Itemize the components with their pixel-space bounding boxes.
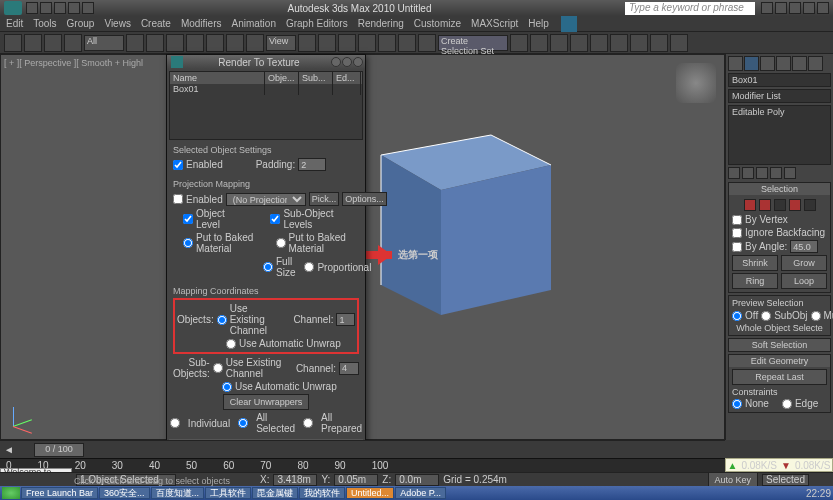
task-item[interactable]: 我的软件: [299, 487, 345, 499]
scale-button[interactable]: [246, 34, 264, 52]
proj-modifier-dropdown[interactable]: (No Projection Modifier): [226, 193, 306, 206]
time-handle[interactable]: 0 / 100: [34, 443, 84, 457]
x-field[interactable]: 3.418m: [273, 474, 317, 486]
angle-snap-button[interactable]: [378, 34, 396, 52]
close-icon[interactable]: [353, 57, 363, 67]
show-end-icon[interactable]: [742, 167, 754, 179]
viewport-label[interactable]: [ + ][ Perspective ][ Smooth + Highl: [4, 58, 143, 68]
col-ed[interactable]: Ed...: [333, 72, 361, 84]
select-name-button[interactable]: [146, 34, 164, 52]
task-item[interactable]: 工具软件: [205, 487, 251, 499]
y-field[interactable]: 0.05m: [334, 474, 378, 486]
table-row[interactable]: Box01: [170, 84, 362, 95]
task-item[interactable]: Adobe P...: [395, 487, 446, 499]
time-slider[interactable]: ◄0 / 100: [0, 440, 725, 458]
task-item-active[interactable]: Untitled...: [346, 487, 394, 499]
repeat-last-button[interactable]: Repeat Last: [732, 369, 827, 385]
pivot-button[interactable]: [298, 34, 316, 52]
element-icon[interactable]: [804, 199, 816, 211]
undo-button[interactable]: [4, 34, 22, 52]
selection-filter-dropdown[interactable]: All: [84, 35, 124, 51]
configure-icon[interactable]: [784, 167, 796, 179]
fullsize-radio[interactable]: [263, 262, 273, 272]
help-icon[interactable]: [817, 2, 829, 14]
menu-rendering[interactable]: Rendering: [358, 18, 404, 29]
render-frame-button[interactable]: [650, 34, 668, 52]
display-tab-icon[interactable]: [792, 56, 807, 71]
schematic-view-button[interactable]: [590, 34, 608, 52]
vertex-icon[interactable]: [744, 199, 756, 211]
select-region-button[interactable]: [166, 34, 184, 52]
edge-icon[interactable]: [759, 199, 771, 211]
edge-radio[interactable]: [782, 399, 792, 409]
communication-icon[interactable]: [789, 2, 801, 14]
menu-group[interactable]: Group: [67, 18, 95, 29]
dialog-titlebar[interactable]: Render To Texture: [167, 55, 365, 69]
loop-button[interactable]: Loop: [781, 273, 827, 289]
object-name-field[interactable]: Box01: [728, 73, 831, 87]
qat-save-icon[interactable]: [54, 2, 66, 14]
window-crossing-button[interactable]: [186, 34, 204, 52]
menu-tools[interactable]: Tools: [33, 18, 56, 29]
channel2-spinner[interactable]: 4: [339, 362, 359, 375]
render-to-texture-dialog[interactable]: Render To Texture NameObje...Sub...Ed...…: [166, 54, 366, 500]
z-field[interactable]: 0.0m: [395, 474, 439, 486]
unlink-button[interactable]: [64, 34, 82, 52]
menu-views[interactable]: Views: [104, 18, 131, 29]
task-item[interactable]: 360安全...: [99, 487, 150, 499]
col-obj[interactable]: Obje...: [265, 72, 299, 84]
options-button[interactable]: Options...: [342, 192, 387, 206]
individual-radio[interactable]: [170, 418, 180, 428]
off-radio[interactable]: [732, 311, 742, 321]
col-name[interactable]: Name: [170, 72, 265, 84]
redo-button[interactable]: [24, 34, 42, 52]
select-button[interactable]: [126, 34, 144, 52]
enabled-checkbox[interactable]: [173, 160, 183, 170]
col-sub[interactable]: Sub...: [299, 72, 333, 84]
padding-spinner[interactable]: 2: [298, 158, 326, 171]
curve-editor-button[interactable]: [570, 34, 588, 52]
keymode-dropdown[interactable]: Selected: [762, 474, 809, 486]
unique-icon[interactable]: [756, 167, 768, 179]
stack-item[interactable]: Editable Poly: [729, 106, 830, 118]
modify-tab-icon[interactable]: [744, 56, 759, 71]
system-tray[interactable]: 22:29: [806, 488, 831, 499]
align-button[interactable]: [530, 34, 548, 52]
link-button[interactable]: [44, 34, 62, 52]
put1-radio[interactable]: [183, 238, 193, 248]
hierarchy-tab-icon[interactable]: [760, 56, 775, 71]
allsel-radio[interactable]: [238, 418, 248, 428]
menu-animation[interactable]: Animation: [231, 18, 275, 29]
menu-customize[interactable]: Customize: [414, 18, 461, 29]
multi-radio[interactable]: [811, 311, 821, 321]
sublvl-checkbox[interactable]: [270, 214, 280, 224]
modifier-stack[interactable]: Editable Poly: [728, 105, 831, 165]
channel1-spinner[interactable]: 1: [336, 313, 355, 326]
material-editor-button[interactable]: [610, 34, 628, 52]
shrink-button[interactable]: Shrink: [732, 255, 778, 271]
qat-undo-icon[interactable]: [68, 2, 80, 14]
menu-maxscript[interactable]: MAXScript: [471, 18, 518, 29]
app-logo-icon[interactable]: [4, 1, 22, 15]
viewcube-icon[interactable]: [676, 63, 716, 103]
manipulate-button[interactable]: [318, 34, 336, 52]
qat-new-icon[interactable]: [26, 2, 38, 14]
motion-tab-icon[interactable]: [776, 56, 791, 71]
ignore-checkbox[interactable]: [732, 228, 742, 238]
rotate-button[interactable]: [226, 34, 244, 52]
refcoord-dropdown[interactable]: View: [266, 35, 296, 51]
use-existing-radio[interactable]: [217, 315, 227, 325]
minimize-icon[interactable]: [331, 57, 341, 67]
modifier-list-dropdown[interactable]: Modifier List: [728, 89, 831, 103]
render-setup-button[interactable]: [630, 34, 648, 52]
polygon-icon[interactable]: [789, 199, 801, 211]
task-item[interactable]: Free Launch Bar: [21, 487, 98, 499]
grow-button[interactable]: Grow: [781, 255, 827, 271]
pin-stack-icon[interactable]: [728, 167, 740, 179]
search-icon[interactable]: [761, 2, 773, 14]
angle-spinner[interactable]: 45.0: [790, 240, 818, 253]
menu-create[interactable]: Create: [141, 18, 171, 29]
ring-button[interactable]: Ring: [732, 273, 778, 289]
use-auto-radio[interactable]: [226, 339, 236, 349]
spinner-snap-button[interactable]: [418, 34, 436, 52]
